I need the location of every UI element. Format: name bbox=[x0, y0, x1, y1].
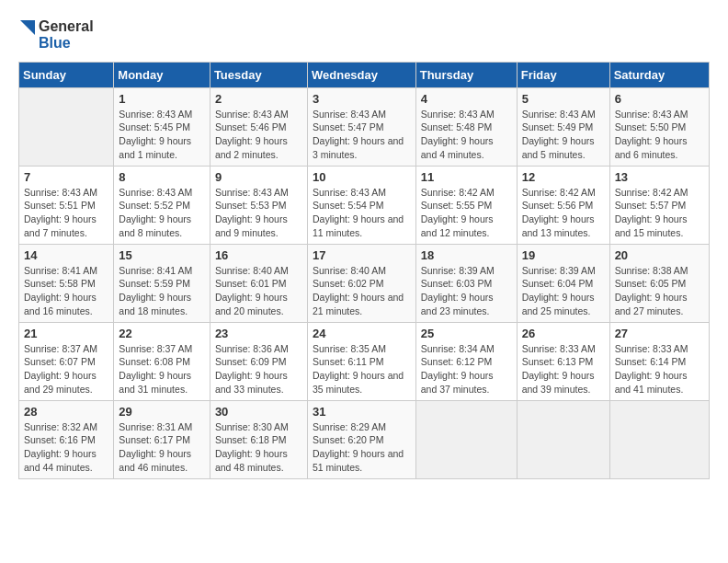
day-info: Sunrise: 8:42 AM Sunset: 5:55 PM Dayligh… bbox=[421, 186, 512, 240]
calendar-week-row: 1 Sunrise: 8:43 AM Sunset: 5:45 PM Dayli… bbox=[19, 87, 710, 166]
day-number: 31 bbox=[313, 405, 411, 419]
calendar-day-cell: 4 Sunrise: 8:43 AM Sunset: 5:48 PM Dayli… bbox=[415, 87, 517, 166]
day-number: 12 bbox=[522, 170, 605, 184]
day-info: Sunrise: 8:36 AM Sunset: 6:09 PM Dayligh… bbox=[215, 342, 302, 396]
calendar-table: SundayMondayTuesdayWednesdayThursdayFrid… bbox=[18, 62, 710, 479]
calendar-header-cell: Monday bbox=[114, 62, 210, 87]
calendar-week-row: 28 Sunrise: 8:32 AM Sunset: 6:16 PM Dayl… bbox=[19, 400, 710, 478]
day-info: Sunrise: 8:43 AM Sunset: 5:50 PM Dayligh… bbox=[615, 108, 704, 162]
day-number: 25 bbox=[421, 327, 512, 340]
day-info: Sunrise: 8:33 AM Sunset: 6:14 PM Dayligh… bbox=[615, 342, 704, 396]
day-info: Sunrise: 8:43 AM Sunset: 5:54 PM Dayligh… bbox=[313, 186, 411, 240]
calendar-day-cell bbox=[415, 400, 517, 478]
day-info: Sunrise: 8:43 AM Sunset: 5:51 PM Dayligh… bbox=[24, 186, 108, 240]
day-info: Sunrise: 8:33 AM Sunset: 6:13 PM Dayligh… bbox=[522, 342, 605, 396]
day-number: 13 bbox=[615, 170, 704, 184]
day-number: 30 bbox=[215, 405, 302, 419]
header: General Blue bbox=[18, 18, 710, 52]
calendar-day-cell: 28 Sunrise: 8:32 AM Sunset: 6:16 PM Dayl… bbox=[19, 400, 114, 478]
calendar-header-cell: Thursday bbox=[415, 62, 517, 87]
calendar-day-cell: 5 Sunrise: 8:43 AM Sunset: 5:49 PM Dayli… bbox=[517, 87, 609, 166]
day-info: Sunrise: 8:40 AM Sunset: 6:02 PM Dayligh… bbox=[313, 264, 411, 318]
day-info: Sunrise: 8:43 AM Sunset: 5:46 PM Dayligh… bbox=[215, 108, 302, 162]
calendar-day-cell: 9 Sunrise: 8:43 AM Sunset: 5:53 PM Dayli… bbox=[210, 166, 307, 244]
day-info: Sunrise: 8:34 AM Sunset: 6:12 PM Dayligh… bbox=[421, 342, 512, 396]
logo-container: General Blue bbox=[18, 18, 94, 52]
day-info: Sunrise: 8:29 AM Sunset: 6:20 PM Dayligh… bbox=[313, 420, 411, 475]
day-number: 8 bbox=[119, 170, 205, 184]
day-number: 7 bbox=[24, 170, 108, 184]
calendar-day-cell: 2 Sunrise: 8:43 AM Sunset: 5:46 PM Dayli… bbox=[210, 87, 307, 166]
day-number: 6 bbox=[615, 92, 704, 106]
calendar-week-row: 14 Sunrise: 8:41 AM Sunset: 5:58 PM Dayl… bbox=[19, 244, 710, 322]
calendar-day-cell: 1 Sunrise: 8:43 AM Sunset: 5:45 PM Dayli… bbox=[114, 87, 210, 166]
calendar-day-cell: 19 Sunrise: 8:39 AM Sunset: 6:04 PM Dayl… bbox=[517, 244, 609, 322]
day-info: Sunrise: 8:43 AM Sunset: 5:52 PM Dayligh… bbox=[119, 186, 205, 240]
day-info: Sunrise: 8:43 AM Sunset: 5:48 PM Dayligh… bbox=[421, 108, 512, 162]
calendar-day-cell: 8 Sunrise: 8:43 AM Sunset: 5:52 PM Dayli… bbox=[114, 166, 210, 244]
calendar-day-cell: 25 Sunrise: 8:34 AM Sunset: 6:12 PM Dayl… bbox=[415, 322, 517, 400]
day-info: Sunrise: 8:37 AM Sunset: 6:07 PM Dayligh… bbox=[24, 342, 108, 396]
calendar-body: 1 Sunrise: 8:43 AM Sunset: 5:45 PM Dayli… bbox=[19, 87, 710, 478]
day-info: Sunrise: 8:41 AM Sunset: 5:58 PM Dayligh… bbox=[24, 264, 108, 318]
calendar-day-cell: 11 Sunrise: 8:42 AM Sunset: 5:55 PM Dayl… bbox=[415, 166, 517, 244]
day-number: 4 bbox=[421, 92, 512, 106]
calendar-day-cell: 15 Sunrise: 8:41 AM Sunset: 5:59 PM Dayl… bbox=[114, 244, 210, 322]
logo-text-general: General bbox=[39, 18, 94, 35]
day-info: Sunrise: 8:43 AM Sunset: 5:49 PM Dayligh… bbox=[522, 108, 605, 162]
day-number: 16 bbox=[215, 248, 302, 262]
day-number: 19 bbox=[522, 248, 605, 262]
day-number: 5 bbox=[522, 92, 605, 106]
calendar-week-row: 21 Sunrise: 8:37 AM Sunset: 6:07 PM Dayl… bbox=[19, 322, 710, 400]
calendar-header-cell: Sunday bbox=[19, 62, 114, 87]
day-number: 14 bbox=[24, 248, 108, 262]
day-number: 11 bbox=[421, 170, 512, 184]
day-number: 3 bbox=[313, 92, 411, 106]
calendar-day-cell: 7 Sunrise: 8:43 AM Sunset: 5:51 PM Dayli… bbox=[19, 166, 114, 244]
day-info: Sunrise: 8:37 AM Sunset: 6:08 PM Dayligh… bbox=[119, 342, 205, 396]
day-number: 2 bbox=[215, 92, 302, 106]
day-number: 18 bbox=[421, 248, 512, 262]
calendar-week-row: 7 Sunrise: 8:43 AM Sunset: 5:51 PM Dayli… bbox=[19, 166, 710, 244]
day-info: Sunrise: 8:30 AM Sunset: 6:18 PM Dayligh… bbox=[215, 420, 302, 475]
calendar-day-cell: 21 Sunrise: 8:37 AM Sunset: 6:07 PM Dayl… bbox=[19, 322, 114, 400]
calendar-day-cell: 13 Sunrise: 8:42 AM Sunset: 5:57 PM Dayl… bbox=[609, 166, 709, 244]
calendar-day-cell: 10 Sunrise: 8:43 AM Sunset: 5:54 PM Dayl… bbox=[307, 166, 415, 244]
day-number: 23 bbox=[215, 327, 302, 340]
calendar-day-cell: 20 Sunrise: 8:38 AM Sunset: 6:05 PM Dayl… bbox=[609, 244, 709, 322]
day-info: Sunrise: 8:38 AM Sunset: 6:05 PM Dayligh… bbox=[615, 264, 704, 318]
calendar-day-cell: 23 Sunrise: 8:36 AM Sunset: 6:09 PM Dayl… bbox=[210, 322, 307, 400]
calendar-header-cell: Saturday bbox=[609, 62, 709, 87]
day-info: Sunrise: 8:43 AM Sunset: 5:45 PM Dayligh… bbox=[119, 108, 205, 162]
calendar-day-cell: 3 Sunrise: 8:43 AM Sunset: 5:47 PM Dayli… bbox=[307, 87, 415, 166]
calendar-day-cell: 17 Sunrise: 8:40 AM Sunset: 6:02 PM Dayl… bbox=[307, 244, 415, 322]
calendar-day-cell: 22 Sunrise: 8:37 AM Sunset: 6:08 PM Dayl… bbox=[114, 322, 210, 400]
calendar-day-cell: 24 Sunrise: 8:35 AM Sunset: 6:11 PM Dayl… bbox=[307, 322, 415, 400]
calendar-header-cell: Wednesday bbox=[307, 62, 415, 87]
svg-marker-0 bbox=[20, 20, 35, 35]
day-number: 24 bbox=[313, 327, 411, 340]
day-number: 26 bbox=[522, 327, 605, 340]
day-number: 29 bbox=[119, 405, 205, 419]
calendar-day-cell: 16 Sunrise: 8:40 AM Sunset: 6:01 PM Dayl… bbox=[210, 244, 307, 322]
day-info: Sunrise: 8:42 AM Sunset: 5:57 PM Dayligh… bbox=[615, 186, 704, 240]
day-info: Sunrise: 8:31 AM Sunset: 6:17 PM Dayligh… bbox=[119, 420, 205, 475]
day-number: 9 bbox=[215, 170, 302, 184]
calendar-day-cell: 26 Sunrise: 8:33 AM Sunset: 6:13 PM Dayl… bbox=[517, 322, 609, 400]
day-number: 1 bbox=[119, 92, 205, 106]
day-number: 15 bbox=[119, 248, 205, 262]
calendar-day-cell: 30 Sunrise: 8:30 AM Sunset: 6:18 PM Dayl… bbox=[210, 400, 307, 478]
day-info: Sunrise: 8:43 AM Sunset: 5:53 PM Dayligh… bbox=[215, 186, 302, 240]
calendar-day-cell: 31 Sunrise: 8:29 AM Sunset: 6:20 PM Dayl… bbox=[307, 400, 415, 478]
day-info: Sunrise: 8:43 AM Sunset: 5:47 PM Dayligh… bbox=[313, 108, 411, 162]
calendar-day-cell bbox=[609, 400, 709, 478]
day-info: Sunrise: 8:35 AM Sunset: 6:11 PM Dayligh… bbox=[313, 342, 411, 396]
day-number: 17 bbox=[313, 248, 411, 262]
calendar-day-cell: 6 Sunrise: 8:43 AM Sunset: 5:50 PM Dayli… bbox=[609, 87, 709, 166]
day-number: 27 bbox=[615, 327, 704, 340]
day-number: 10 bbox=[313, 170, 411, 184]
calendar-day-cell: 27 Sunrise: 8:33 AM Sunset: 6:14 PM Dayl… bbox=[609, 322, 709, 400]
calendar-day-cell bbox=[19, 87, 114, 166]
logo-triangle-icon bbox=[18, 18, 37, 52]
logo: General Blue bbox=[18, 18, 94, 52]
